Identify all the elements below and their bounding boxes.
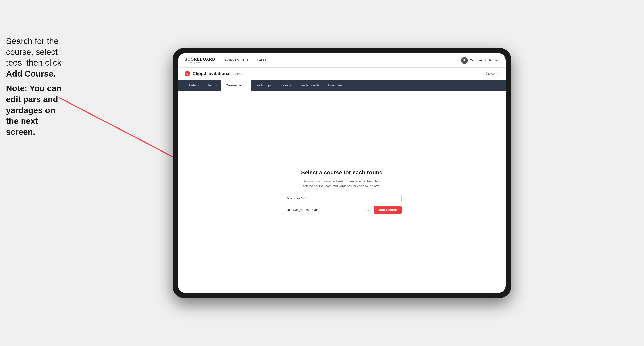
tab-teams[interactable]: Teams <box>203 80 221 91</box>
nav-teams[interactable]: TEAMS <box>255 58 266 63</box>
logo-text: SCOREBOARD <box>184 57 215 62</box>
tee-select[interactable]: Gold (M) (M) (7010 yds) <box>282 206 323 214</box>
tournament-sub: (Men) <box>234 72 242 76</box>
main-content: Select a course for each round Search fo… <box>178 91 506 293</box>
top-nav: SCOREBOARD Powered by clippd TOURNAMENTS… <box>178 53 506 68</box>
course-search-input[interactable] <box>282 194 402 203</box>
nav-tournaments[interactable]: TOURNAMENTS <box>223 58 248 63</box>
card-title: Select a course for each round <box>301 170 382 176</box>
tee-select-wrapper: Gold (M) (M) (7010 yds) <box>282 206 372 214</box>
logo-area: SCOREBOARD Powered by clippd <box>184 57 215 64</box>
tab-printables[interactable]: Printables <box>324 80 347 91</box>
tablet-screen: SCOREBOARD Powered by clippd TOURNAMENTS… <box>178 53 506 293</box>
card-desc: Search for a course and select a tee. Yo… <box>302 179 382 188</box>
tab-course-setup[interactable]: Course Setup <box>221 80 251 91</box>
sign-out-link[interactable]: Sign out <box>488 59 499 62</box>
tournament-header: C Clippd Invitational (Men) Cancel ✕ <box>178 68 506 80</box>
nav-right: R Test User | Sign out <box>461 57 499 64</box>
separator: | <box>485 59 486 62</box>
tab-tee-groups[interactable]: Tee Groups <box>251 80 276 91</box>
logo-sub: Powered by clippd <box>184 62 215 64</box>
tab-leaderboards[interactable]: Leaderboards <box>295 80 324 91</box>
cancel-button[interactable]: Cancel ✕ <box>486 72 499 76</box>
tournament-name: Clippd Invitational (Men) <box>192 71 486 76</box>
tab-details[interactable]: Details <box>184 80 203 91</box>
tee-select-row: Gold (M) (M) (7010 yds) Add Course <box>282 206 402 214</box>
tablet-frame: SCOREBOARD Powered by clippd TOURNAMENTS… <box>173 48 511 298</box>
annotation-note: Note: You can edit pars and yardages on … <box>6 83 62 137</box>
tab-results[interactable]: Results <box>276 80 295 91</box>
add-course-button[interactable]: Add Course <box>374 206 402 214</box>
nav-links: TOURNAMENTS TEAMS <box>223 58 461 63</box>
tournament-icon: C <box>184 71 190 76</box>
content-card: Select a course for each round Search fo… <box>282 170 402 214</box>
user-avatar: R <box>461 57 468 64</box>
user-name: Test User <box>470 59 483 62</box>
annotation-line1: Search for the course, select tees, then… <box>6 36 62 79</box>
annotation-text: Search for the course, select tees, then… <box>6 36 62 141</box>
tab-bar: Details Teams Course Setup Tee Groups Re… <box>178 80 506 91</box>
